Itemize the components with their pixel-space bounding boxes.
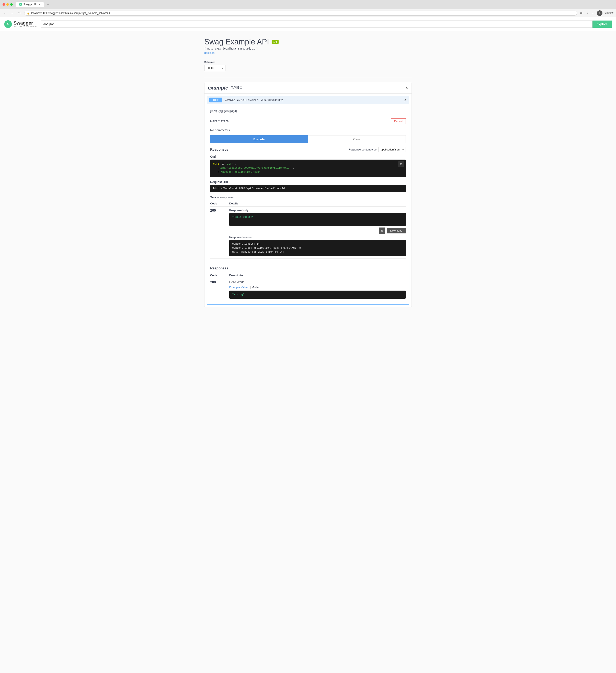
server-response-section: Server response Code Details — [210, 196, 406, 259]
swagger-url-input[interactable] — [41, 20, 593, 28]
curl-copy-button[interactable]: ⧉ — [398, 161, 404, 167]
request-url-value: http://localhost:8080/api/v1/example/hel… — [210, 185, 406, 192]
address-text: localhost:8080/swagger/index.html#/examp… — [31, 12, 574, 15]
execute-button[interactable]: Execute — [210, 135, 308, 143]
curl-label: Curl — [210, 155, 406, 158]
forward-button[interactable]: → — [10, 11, 15, 16]
swagger-logo-circle: S — [4, 20, 12, 28]
api-section-name: example — [208, 85, 228, 91]
response-content-type-select[interactable]: application/json — [378, 147, 406, 152]
api-section-desc: 示例接口 — [231, 86, 243, 90]
minimize-dot[interactable] — [6, 3, 9, 6]
action-buttons: Execute Clear — [210, 135, 406, 143]
params-title: Parameters — [210, 120, 229, 123]
api-section-title: example 示例接口 — [208, 85, 243, 91]
clear-button[interactable]: Clear — [308, 135, 406, 143]
header-line-1: content-length: 14 — [232, 242, 403, 246]
response-download-area: ⧉ Download — [229, 228, 406, 234]
tablet-icon[interactable]: ▭ — [591, 11, 595, 15]
parameters-section: Parameters Cancel No parameters — [210, 118, 406, 132]
endpoint-summary: 该操作的简短摘要 — [261, 98, 401, 102]
swagger-header: S Swagger Supported by SMARTBEAR Explore — [0, 17, 616, 31]
code-column-header: Code — [210, 201, 227, 207]
tab-close-icon[interactable]: ✕ — [38, 3, 41, 6]
refresh-button[interactable]: ↻ — [17, 11, 22, 16]
tab-favicon: S — [19, 3, 22, 6]
download-button[interactable]: Download — [387, 228, 406, 233]
lock-icon: 🔒 — [27, 12, 30, 15]
response-body-label: Response body — [229, 209, 406, 212]
api-title-text: Swag Example API — [204, 37, 269, 46]
browser-chrome: S Swagger UI ✕ + ← → ↻ 🔒 localhost:8080/… — [0, 0, 616, 17]
curl-line3: -H 'accept: application/json' — [213, 171, 260, 174]
model-tab[interactable]: Model — [252, 286, 259, 289]
bottom-responses-section: Responses Code Description — [210, 263, 406, 301]
translate-icon[interactable]: ⊞ — [579, 11, 583, 15]
details-column-header: Details — [227, 201, 406, 207]
response-copy-button[interactable]: ⧉ — [379, 228, 385, 234]
bottom-response-description: Hello World! — [229, 280, 406, 284]
response-code-value: 200 — [210, 209, 216, 212]
api-base-url: [ Base URL: localhost:8080/api/v1 ] — [204, 47, 412, 50]
explore-button[interactable]: Explore — [593, 20, 612, 28]
bottom-code-header: Code — [210, 272, 227, 278]
bookmark-icon[interactable]: ☆ — [585, 11, 589, 15]
swagger-wrapper: S Swagger Supported by SMARTBEAR Explore… — [0, 17, 616, 673]
endpoint: GET /example/helloworld 该操作的简短摘要 ∧ 操作行为的… — [207, 96, 409, 304]
request-url-label: Request URL — [210, 180, 406, 184]
browser-toolbar: ← → ↻ 🔒 localhost:8080/swagger/index.htm… — [0, 9, 616, 17]
endpoint-header[interactable]: GET /example/helloworld 该操作的简短摘要 ∧ — [207, 96, 409, 104]
example-value-tab[interactable]: Example Value — [229, 286, 247, 289]
maximize-dot[interactable] — [10, 3, 13, 6]
bottom-response-code: 200 — [210, 278, 227, 301]
browser-titlebar: S Swagger UI ✕ + — [0, 0, 616, 9]
close-dot[interactable] — [3, 3, 5, 6]
cancel-button[interactable]: Cancel — [391, 118, 406, 124]
header-line-3: date: Mon,20 Feb 2023 14:04:59 GMT — [232, 250, 403, 254]
curl-code-block: curl -X 'GET' \ 'http://localhost:8080/a… — [210, 160, 406, 177]
bottom-responses-table: Code Description 200 — [210, 272, 406, 301]
back-button[interactable]: ← — [3, 11, 8, 16]
swagger-content: Swag Example API 1.0 [ Base URL: localho… — [196, 31, 420, 315]
example-value-model-tabs: Example Value | Model — [229, 285, 406, 289]
response-body-code: "Hello World!" — [229, 213, 406, 226]
section-collapse-icon[interactable]: ∧ — [405, 85, 408, 90]
params-header: Parameters Cancel — [210, 118, 406, 126]
header-line-2: content-type: application/json; charset=… — [232, 246, 403, 250]
endpoint-collapse-icon[interactable]: ∧ — [404, 98, 407, 102]
profile-icon[interactable]: 无 — [597, 10, 602, 16]
api-section-header[interactable]: example 示例接口 ∧ — [204, 82, 412, 93]
bottom-description-header: Description — [227, 272, 406, 278]
response-code: 200 — [210, 206, 227, 259]
schemes-label: Schemes — [204, 61, 412, 64]
address-bar[interactable]: 🔒 localhost:8080/swagger/index.html#/exa… — [24, 11, 577, 16]
endpoint-path: /example/helloworld — [225, 98, 258, 102]
no-params-text: No parameters — [210, 129, 406, 132]
api-title-row: Swag Example API 1.0 — [204, 37, 412, 46]
response-content-type-wrapper: application/json — [378, 147, 406, 152]
browser-right-icons: ⊞ ☆ ▭ 无 无痕模式 — [579, 10, 613, 16]
bottom-response-details: Hello World! Example Value | Model "stri… — [227, 278, 406, 301]
responses-header: Responses Response content type applicat… — [210, 147, 406, 152]
tab-title: Swagger UI — [23, 3, 37, 6]
api-section: example 示例接口 ∧ GET /example/helloworld 该… — [204, 82, 412, 307]
response-content-type-area: Response content type application/json — [349, 147, 406, 152]
curl-line1: curl -X 'GET' \ — [213, 163, 236, 166]
request-url-section: Request URL http://localhost:8080/api/v1… — [210, 180, 406, 192]
api-doc-link[interactable]: doc.json — [204, 51, 214, 54]
responses-title: Responses — [210, 148, 228, 152]
bottom-response-code-value: 200 — [210, 280, 216, 284]
bottom-response-row: 200 Hello World! Example Value | Model — [210, 278, 406, 301]
curl-section: Curl curl -X 'GET' \ 'http://localhost:8… — [210, 155, 406, 177]
new-tab-button[interactable]: + — [45, 2, 51, 7]
swagger-logo-text-block: Swagger Supported by SMARTBEAR — [14, 21, 37, 27]
bottom-responses-title: Responses — [210, 266, 406, 270]
responses-section: Responses Response content type applicat… — [210, 147, 406, 301]
swagger-logo-sub: Supported by SMARTBEAR — [14, 25, 37, 27]
response-headers-code: content-length: 14 content-type: applica… — [229, 240, 406, 256]
curl-line2: 'http://localhost:8080/api/v1/example/he… — [213, 167, 294, 170]
browser-tab[interactable]: S Swagger UI ✕ — [16, 2, 44, 7]
example-value-code: "string" — [229, 290, 406, 299]
schemes-select-wrapper: HTTP — [204, 65, 225, 71]
schemes-select[interactable]: HTTP — [204, 65, 225, 71]
